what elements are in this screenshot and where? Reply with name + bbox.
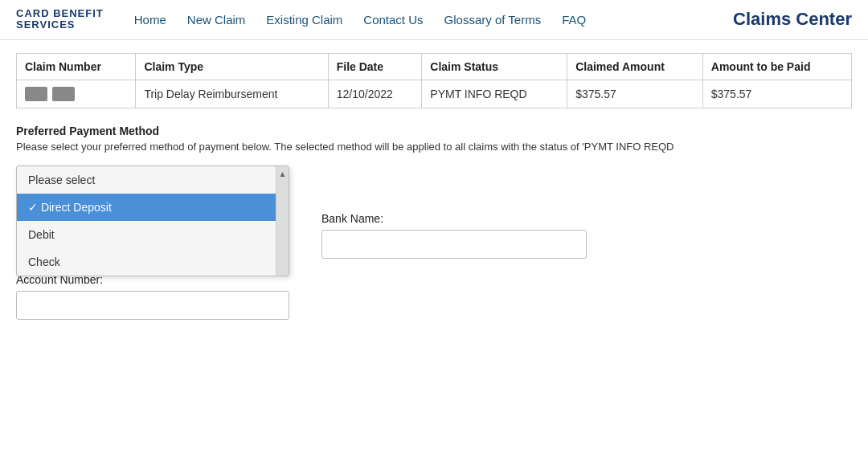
- col-claim-type: Claim Type: [136, 53, 328, 80]
- dropdown-option-please-select[interactable]: Please select: [17, 166, 289, 194]
- claim-icon-2: [52, 87, 75, 101]
- dropdown-option-check[interactable]: Check: [17, 248, 289, 276]
- cell-claimed-amount: $375.57: [567, 80, 703, 108]
- payment-section: Preferred Payment Method Please select y…: [16, 125, 852, 320]
- cell-file-date: 12/10/2022: [328, 80, 422, 108]
- page-title: Claims Center: [733, 9, 852, 30]
- col-file-date: File Date: [328, 53, 422, 80]
- nav: Home New Claim Existing Claim Contact Us…: [128, 10, 733, 30]
- col-claim-status: Claim Status: [422, 53, 567, 80]
- col-claimed-amount: Claimed Amount: [567, 53, 703, 80]
- main-content: Claim Number Claim Type File Date Claim …: [0, 40, 868, 347]
- table-row: Trip Delay Reimbursement 12/10/2022 PYMT…: [17, 80, 852, 108]
- header: CARD BENEFIT SERVICES Home New Claim Exi…: [0, 0, 868, 40]
- col-amount-to-be-paid: Amount to be Paid: [702, 53, 851, 80]
- nav-faq[interactable]: FAQ: [555, 10, 592, 30]
- cell-claim-number: [17, 80, 136, 108]
- payment-method-dropdown-menu[interactable]: Please select Direct Deposit Debit Check…: [16, 166, 289, 276]
- account-number-field: Account Number:: [16, 273, 289, 320]
- cell-claim-status: PYMT INFO REQD: [422, 80, 567, 108]
- logo: CARD BENEFIT SERVICES: [16, 8, 104, 31]
- claims-table: Claim Number Claim Type File Date Claim …: [16, 53, 852, 108]
- nav-home[interactable]: Home: [128, 10, 173, 30]
- dropdown-option-debit[interactable]: Debit: [17, 221, 289, 248]
- cell-claim-type: Trip Delay Reimbursement: [136, 80, 328, 108]
- logo-line2: SERVICES: [16, 19, 104, 31]
- claim-icon-1: [25, 87, 47, 101]
- dropdown-option-direct-deposit[interactable]: Direct Deposit: [17, 194, 289, 221]
- nav-existing-claim[interactable]: Existing Claim: [260, 10, 349, 30]
- account-number-input[interactable]: [16, 291, 289, 320]
- bank-name-input[interactable]: [321, 230, 587, 259]
- dropdown-scroll-indicator: ▲: [276, 166, 289, 276]
- payment-method-title: Preferred Payment Method: [16, 125, 852, 137]
- bank-name-label: Bank Name:: [321, 212, 587, 225]
- nav-new-claim[interactable]: New Claim: [181, 10, 252, 30]
- bank-name-field: Bank Name:: [321, 212, 587, 259]
- col-claim-number: Claim Number: [17, 53, 136, 80]
- nav-contact-us[interactable]: Contact Us: [357, 10, 429, 30]
- nav-glossary[interactable]: Glossary of Terms: [438, 10, 548, 30]
- form-row-account: Account Number:: [16, 273, 852, 320]
- payment-method-desc: Please select your preferred method of p…: [16, 141, 852, 153]
- logo-line1: CARD BENEFIT: [16, 8, 104, 19]
- cell-amount-to-be-paid: $375.57: [702, 80, 851, 108]
